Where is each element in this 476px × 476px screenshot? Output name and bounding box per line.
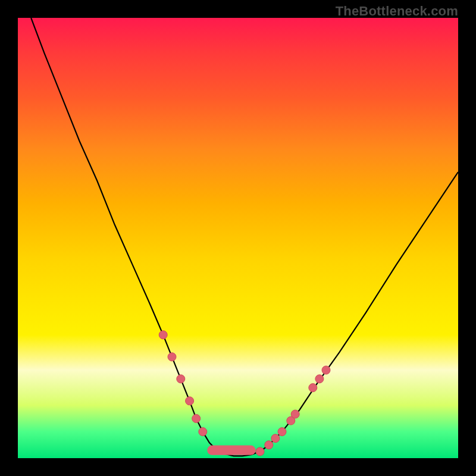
curve-marker (199, 428, 207, 436)
curve-marker (159, 331, 167, 339)
curve-marker (177, 375, 185, 383)
curve-marker (265, 441, 273, 449)
curve-marker (309, 384, 317, 392)
curve-marker (315, 375, 324, 383)
curve-marker (291, 410, 299, 418)
curve-marker (192, 414, 201, 422)
bottleneck-curve (18, 18, 458, 458)
curve-marker (256, 447, 264, 456)
curve-marker (271, 434, 280, 443)
watermark-text: TheBottleneck.com (336, 4, 458, 19)
curve-marker (168, 353, 176, 361)
curve-marker (278, 428, 286, 436)
curve-marker (186, 397, 194, 405)
plot-area (18, 18, 458, 458)
curve-marker (322, 366, 330, 374)
optimal-range-band (207, 446, 255, 455)
chart-frame: TheBottleneck.com (0, 0, 476, 476)
